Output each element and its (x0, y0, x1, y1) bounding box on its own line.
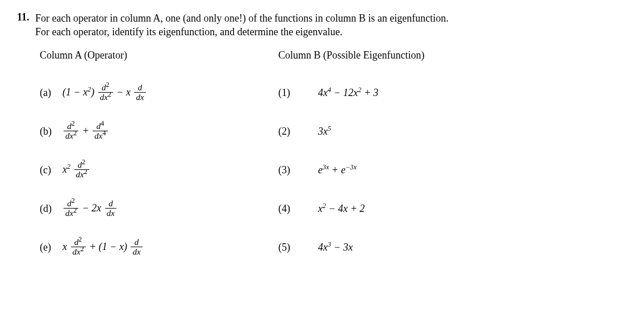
column-a: Column A (Operator) (a) (1 − x2) d2dx2 −… (40, 49, 278, 267)
eigenfunction-row-2: (2) 3x5 (278, 113, 562, 151)
problem-line2: For each operator, identify its eigenfun… (35, 26, 342, 38)
operator-expr: d2dx2 − 2x ddx (62, 199, 118, 219)
eigenfunction-expr: 3x5 (318, 126, 331, 138)
operator-row-d: (d) d2dx2 − 2x ddx (40, 190, 278, 228)
problem-statement: 11. For each operator in column A, one (… (17, 11, 627, 39)
eigenfunction-row-4: (4) x2 − 4x + 2 (278, 190, 562, 228)
eigenfunction-expr: e3x + e−3x (318, 164, 357, 176)
operator-row-c: (c) x2 d2dx2 (40, 151, 278, 190)
operator-expr: (1 − x2) d2dx2 − x ddx (62, 84, 147, 103)
eigenfunction-label: (2) (278, 126, 318, 138)
eigenfunction-row-5: (5) 4x3 − 3x (278, 228, 562, 267)
column-a-header: Column A (Operator) (40, 49, 278, 61)
eigenfunction-label: (3) (278, 164, 318, 176)
operator-row-a: (a) (1 − x2) d2dx2 − x ddx (40, 74, 278, 113)
column-b: Column B (Possible Eigenfunction) (1) 4x… (278, 49, 562, 267)
eigenfunction-row-1: (1) 4x4 − 12x2 + 3 (278, 74, 562, 113)
eigenfunction-expr: x2 − 4x + 2 (318, 203, 365, 215)
problem-text: For each operator in column A, one (and … (35, 11, 627, 39)
eigenfunction-label: (4) (278, 203, 318, 215)
operator-label: (b) (40, 126, 62, 138)
column-b-header: Column B (Possible Eigenfunction) (278, 49, 562, 61)
operator-label: (e) (40, 242, 62, 253)
eigenfunction-expr: 4x4 − 12x2 + 3 (318, 87, 378, 99)
operator-row-e: (e) x d2dx2 + (1 − x) ddx (40, 228, 278, 267)
problem-line1: For each operator in column A, one (and … (35, 13, 449, 24)
eigenfunction-row-3: (3) e3x + e−3x (278, 151, 562, 190)
operator-expr: x2 d2dx2 (62, 161, 90, 180)
eigenfunction-label: (5) (278, 242, 318, 253)
eigenfunction-expr: 4x3 − 3x (318, 242, 353, 253)
columns-container: Column A (Operator) (a) (1 − x2) d2dx2 −… (40, 49, 627, 267)
operator-expr: d2dx2 + d4dx4 (62, 122, 109, 141)
eigenfunction-label: (1) (278, 87, 318, 99)
operator-label: (c) (40, 164, 62, 176)
problem-number: 11. (17, 11, 35, 23)
operator-row-b: (b) d2dx2 + d4dx4 (40, 113, 278, 151)
operator-expr: x d2dx2 + (1 − x) ddx (62, 238, 144, 257)
operator-label: (d) (40, 203, 62, 215)
operator-label: (a) (40, 87, 62, 99)
